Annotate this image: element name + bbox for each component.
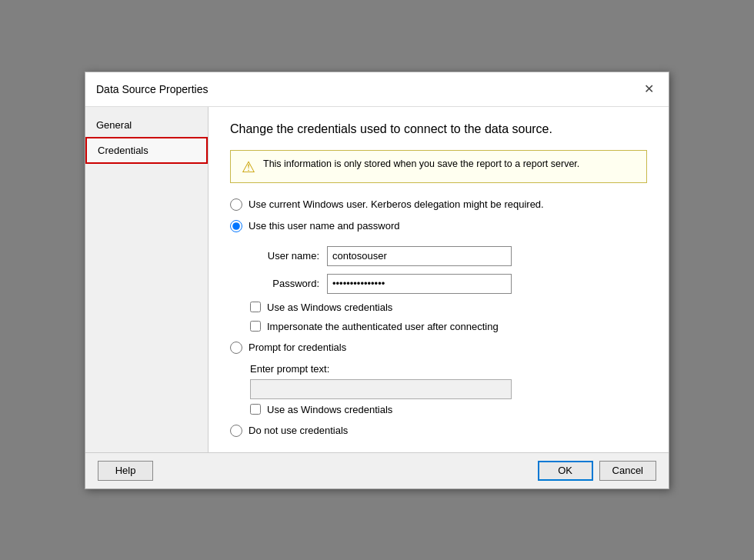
password-label: Password: — [250, 278, 319, 289]
password-row: Password: — [250, 274, 647, 294]
radio-no-credentials-label: Do not use credentials — [249, 425, 348, 436]
radio-no-credentials-input[interactable] — [230, 425, 242, 437]
prompt-input[interactable] — [250, 379, 512, 399]
checkbox-impersonate-label: Impersonate the authenticated user after… — [267, 321, 499, 332]
footer-left: Help — [98, 461, 153, 481]
radio-windows-user-label: Use current Windows user. Kerberos deleg… — [249, 198, 544, 210]
checkbox-windows-creds-1-input[interactable] — [250, 302, 261, 312]
username-row: User name: — [250, 246, 647, 266]
content-title: Change the credentials used to connect t… — [230, 122, 647, 136]
sidebar: General Credentials — [85, 107, 209, 452]
prompt-section: Enter prompt text: Use as Windows creden… — [250, 363, 647, 415]
radio-prompt-input[interactable] — [230, 342, 242, 354]
radio-no-credentials[interactable]: Do not use credentials — [230, 425, 647, 437]
checkbox-windows-creds-1[interactable]: Use as Windows credentials — [250, 302, 647, 313]
username-password-section: User name: Password: Use as Windows cred… — [250, 246, 647, 332]
footer-right: OK Cancel — [538, 461, 656, 481]
radio-username-password-label: Use this user name and password — [249, 220, 400, 232]
checkbox-windows-creds-1-label: Use as Windows credentials — [267, 302, 392, 313]
dialog-title: Data Source Properties — [96, 83, 209, 95]
close-button[interactable]: ✕ — [639, 80, 658, 98]
dialog-body: General Credentials Change the credentia… — [85, 107, 669, 452]
content-area: Change the credentials used to connect t… — [209, 107, 669, 452]
help-button[interactable]: Help — [98, 461, 153, 481]
ok-button[interactable]: OK — [538, 461, 593, 481]
radio-windows-user-input[interactable] — [230, 198, 242, 211]
dialog: Data Source Properties ✕ General Credent… — [85, 72, 669, 489]
cancel-button[interactable]: Cancel — [599, 461, 656, 481]
username-label: User name: — [250, 250, 319, 262]
sidebar-item-general[interactable]: General — [85, 113, 208, 137]
username-input[interactable] — [327, 246, 512, 266]
radio-prompt[interactable]: Prompt for credentials — [230, 342, 647, 354]
radio-prompt-label: Prompt for credentials — [249, 342, 346, 353]
checkbox-windows-creds-2[interactable]: Use as Windows credentials — [250, 404, 647, 415]
checkbox-impersonate-input[interactable] — [250, 321, 261, 332]
radio-username-password-input[interactable] — [230, 220, 242, 232]
dialog-footer: Help OK Cancel — [85, 452, 669, 488]
password-input[interactable] — [327, 274, 512, 294]
title-bar: Data Source Properties ✕ — [85, 72, 669, 107]
radio-windows-user[interactable]: Use current Windows user. Kerberos deleg… — [230, 198, 647, 211]
radio-group: Use current Windows user. Kerberos deleg… — [230, 198, 647, 437]
checkbox-windows-creds-2-label: Use as Windows credentials — [267, 404, 392, 415]
warning-box: ⚠ This information is only stored when y… — [230, 150, 647, 183]
warning-icon: ⚠ — [242, 159, 255, 175]
sidebar-item-credentials[interactable]: Credentials — [85, 137, 208, 164]
radio-username-password[interactable]: Use this user name and password — [230, 220, 647, 232]
checkbox-windows-creds-2-input[interactable] — [250, 404, 261, 415]
prompt-label: Enter prompt text: — [250, 363, 647, 375]
checkbox-impersonate[interactable]: Impersonate the authenticated user after… — [250, 321, 647, 332]
warning-text: This information is only stored when you… — [263, 158, 579, 169]
